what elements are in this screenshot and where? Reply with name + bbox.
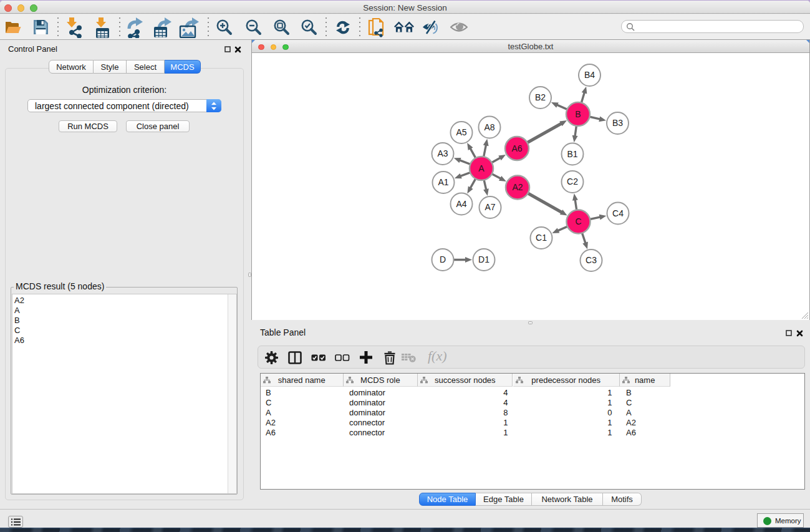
svg-text:A6: A6 — [511, 143, 522, 153]
svg-text:A7: A7 — [485, 202, 495, 212]
svg-text:A: A — [478, 163, 485, 173]
svg-text:C4: C4 — [612, 208, 624, 218]
svg-text:B2: B2 — [535, 92, 546, 102]
svg-text:B1: B1 — [567, 149, 577, 159]
svg-text:A5: A5 — [456, 127, 466, 137]
svg-text:A2: A2 — [512, 182, 523, 192]
svg-text:B4: B4 — [584, 70, 595, 80]
svg-text:C: C — [575, 216, 581, 226]
svg-text:A8: A8 — [484, 122, 494, 132]
svg-text:B: B — [575, 109, 581, 119]
svg-text:D1: D1 — [478, 254, 489, 264]
svg-text:C2: C2 — [567, 177, 578, 186]
svg-text:D: D — [440, 254, 446, 264]
svg-text:C1: C1 — [536, 233, 547, 243]
svg-text:A3: A3 — [437, 148, 448, 158]
svg-text:A1: A1 — [438, 177, 448, 187]
svg-text:B3: B3 — [612, 118, 623, 128]
svg-text:A4: A4 — [456, 199, 466, 209]
svg-text:C3: C3 — [586, 255, 597, 265]
